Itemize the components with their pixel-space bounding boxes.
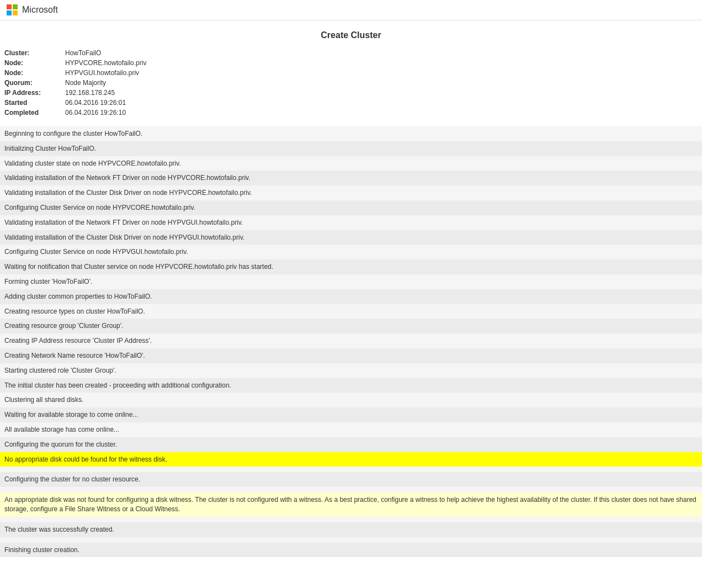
microsoft-title: Microsoft xyxy=(22,5,58,15)
page-header: Microsoft xyxy=(0,0,702,20)
log-row: Validating installation of the Network F… xyxy=(0,215,702,230)
microsoft-logo xyxy=(7,4,18,15)
log-row xyxy=(0,537,702,543)
log-row: No appropriate disk could be found for t… xyxy=(0,452,702,467)
log-row: Configuring the cluster for no cluster r… xyxy=(0,472,702,487)
cluster-value: HowToFailO xyxy=(65,49,101,57)
logo-green-square xyxy=(13,4,18,9)
log-row: Clustering all shared disks. xyxy=(0,393,702,407)
log-row: The initial cluster has been created - p… xyxy=(0,378,702,393)
logo-red-square xyxy=(7,4,12,9)
log-row: Configuring Cluster Service on node HYPV… xyxy=(0,200,702,215)
node1-label: Node: xyxy=(4,59,65,67)
log-row: Creating Network Name resource 'HowToFai… xyxy=(0,348,702,363)
log-row: Creating IP Address resource 'Cluster IP… xyxy=(0,333,702,348)
started-value: 06.04.2016 19:26:01 xyxy=(65,99,126,107)
log-row: Validating installation of the Cluster D… xyxy=(0,186,702,200)
ip-value: 192.168.178.245 xyxy=(65,89,115,97)
logo-yellow-square xyxy=(13,10,18,15)
log-row: Starting clustered role 'Cluster Group'. xyxy=(0,363,702,378)
completed-row: Completed 06.04.2016 19:26:10 xyxy=(4,108,698,118)
completed-label: Completed xyxy=(4,109,65,116)
log-row: Adding cluster common properties to HowT… xyxy=(0,289,702,304)
started-row: Started 06.04.2016 19:26:01 xyxy=(4,98,698,108)
node2-label: Node: xyxy=(4,69,65,77)
started-label: Started xyxy=(4,99,65,107)
log-row xyxy=(0,467,702,472)
cluster-info-table: Cluster: HowToFailO Node: HYPVCORE.howto… xyxy=(0,48,702,123)
completed-value: 06.04.2016 19:26:10 xyxy=(65,109,126,116)
logo-blue-square xyxy=(7,10,12,15)
log-row: All available storage has come online... xyxy=(0,422,702,437)
log-row: The cluster was successfully created. xyxy=(0,522,702,537)
quorum-row: Quorum: Node Majority xyxy=(4,78,698,88)
page-title: Create Cluster xyxy=(0,20,702,48)
log-row: Validating cluster state on node HYPVCOR… xyxy=(0,156,702,171)
cluster-row: Cluster: HowToFailO xyxy=(4,48,698,58)
log-row: Configuring the quorum for the cluster. xyxy=(0,437,702,452)
log-row: Waiting for available storage to come on… xyxy=(0,407,702,422)
log-row: Waiting for notification that Cluster se… xyxy=(0,259,702,274)
quorum-value: Node Majority xyxy=(65,79,106,87)
log-row: Forming cluster 'HowToFailO'. xyxy=(0,274,702,289)
log-row xyxy=(0,487,702,492)
cluster-label: Cluster: xyxy=(4,49,65,57)
log-row: Beginning to configure the cluster HowTo… xyxy=(0,126,702,141)
quorum-label: Quorum: xyxy=(4,79,65,87)
log-row: Finishing cluster creation. xyxy=(0,543,702,558)
node1-row: Node: HYPVCORE.howtofailo.priv xyxy=(4,58,698,68)
node1-value: HYPVCORE.howtofailo.priv xyxy=(65,59,146,67)
log-container: Beginning to configure the cluster HowTo… xyxy=(0,126,702,557)
ip-row: IP Address: 192.168.178.245 xyxy=(4,88,698,98)
log-row: Validating installation of the Cluster D… xyxy=(0,230,702,245)
log-row xyxy=(0,517,702,522)
log-row: Initializing Cluster HowToFailO. xyxy=(0,141,702,156)
log-row: Creating resource group 'Cluster Group'. xyxy=(0,319,702,333)
log-row: Creating resource types on cluster HowTo… xyxy=(0,304,702,319)
log-row: Configuring Cluster Service on node HYPV… xyxy=(0,245,702,259)
node2-value: HYPVGUI.howtofailo.priv xyxy=(65,69,139,77)
node2-row: Node: HYPVGUI.howtofailo.priv xyxy=(4,68,698,78)
log-row: Validating installation of the Network F… xyxy=(0,171,702,186)
log-row: An appropriate disk was not found for co… xyxy=(0,492,702,517)
ip-label: IP Address: xyxy=(4,89,65,97)
